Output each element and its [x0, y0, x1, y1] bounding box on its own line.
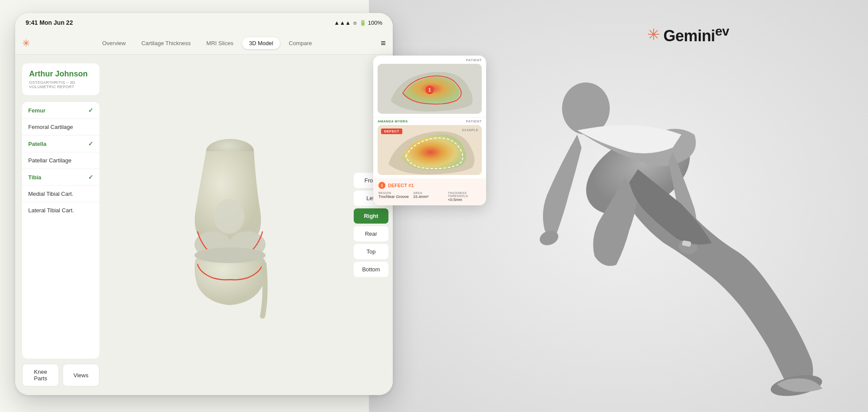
gemini-logo: ✳ Geminiev: [647, 24, 729, 45]
part-femur[interactable]: Femur ✓: [22, 102, 99, 119]
defect-overlay-card: PATIENT 1 AMANDA MYERS: [373, 56, 486, 205]
patient-subtitle: Osteoarthritis – 3D Volumetric Report: [29, 80, 92, 89]
tab-mri-slices[interactable]: MRI Slices: [200, 37, 240, 49]
defect-details-table: REGION Trochlear Groove AREA 15.4mm² THI…: [378, 191, 481, 202]
area-col-value: 15.4mm²: [413, 194, 446, 199]
tab-3d-model[interactable]: 3D Model: [242, 37, 280, 49]
part-medial-tibial[interactable]: Medial Tibial Cart.: [22, 186, 99, 202]
thickness-col-header: THICKNESS THRESHOLD: [448, 191, 481, 198]
knee-parts-tab[interactable]: Knee Parts: [22, 364, 59, 386]
view-right-button[interactable]: Right: [354, 208, 388, 224]
thickness-col-value: <0.5mm: [448, 198, 481, 202]
amanda-label: AMANDA MYERS: [378, 119, 408, 123]
defect-title-text: DEFECT #1: [388, 183, 414, 188]
nav-tabs: Overview Cartilage Thickness MRI Slices …: [37, 37, 377, 49]
menu-icon[interactable]: ≡: [381, 38, 386, 48]
part-lateral-tibial-label: Lateral Tibial Cart.: [28, 207, 74, 214]
app-logo-icon: ✳: [22, 38, 30, 49]
tibia-check-icon: ✓: [88, 174, 93, 181]
part-patellar-cartilage-label: Patellar Cartilage: [28, 157, 72, 164]
part-femoral-cartilage-label: Femoral Cartilage: [28, 124, 73, 130]
status-bar: 9:41 Mon Jun 22 ▲▲▲ ⌾ 🔋 100%: [15, 13, 393, 32]
region-col-value: Trochlear Groove: [378, 194, 411, 199]
region-col-header: REGION: [378, 191, 411, 194]
patient-name: Arthur Johnson: [29, 69, 92, 79]
bottom-tabs: Knee Parts Views: [22, 364, 99, 386]
svg-text:1: 1: [428, 88, 431, 92]
model-area: [106, 55, 354, 395]
part-patella[interactable]: Patella ✓: [22, 135, 99, 152]
knee-3d-model: [156, 112, 304, 338]
tab-cartilage-thickness[interactable]: Cartilage Thickness: [135, 37, 198, 49]
patella-check-icon: ✓: [88, 140, 93, 147]
defect-title: 1 DEFECT #1: [378, 182, 481, 189]
part-lateral-tibial[interactable]: Lateral Tibial Cart.: [22, 202, 99, 218]
part-tibia[interactable]: Tibia ✓: [22, 169, 99, 186]
defect-info-section: 1 DEFECT #1 REGION Trochlear Groove AREA…: [373, 178, 486, 205]
example-label: EXAMPLE: [462, 129, 478, 132]
views-tab[interactable]: Views: [62, 364, 99, 386]
signal-icon: ▲▲▲: [334, 20, 351, 26]
defect-badge: DEFECT: [381, 129, 402, 134]
view-bottom-button[interactable]: Bottom: [354, 262, 388, 277]
patient2-label: PATIENT: [466, 119, 482, 123]
view-top-button[interactable]: Top: [354, 244, 388, 259]
wifi-icon: ⌾: [353, 20, 357, 26]
tab-compare[interactable]: Compare: [282, 37, 319, 49]
status-icons: ▲▲▲ ⌾ 🔋 100%: [334, 20, 382, 26]
gemini-star-icon: ✳: [647, 27, 660, 43]
ipad-frame: 9:41 Mon Jun 22 ▲▲▲ ⌾ 🔋 100% ✳ Overview …: [15, 13, 393, 395]
patient-card: Arthur Johnson Osteoarthritis – 3D Volum…: [22, 63, 99, 95]
defect-number-badge: 1: [378, 182, 385, 189]
left-panel: Arthur Johnson Osteoarthritis – 3D Volum…: [15, 55, 106, 395]
view-rear-button[interactable]: Rear: [354, 226, 388, 241]
battery-indicator: 🔋 100%: [359, 20, 382, 26]
part-tibia-label: Tibia: [28, 174, 41, 181]
patient-heatmap-defect: DEFECT EXAMPLE: [378, 125, 482, 175]
parts-list: Femur ✓ Femoral Cartilage Patella ✓ Pate…: [22, 102, 99, 359]
area-col-header: AREA: [413, 191, 446, 194]
gemini-superscript: ev: [715, 24, 729, 38]
svg-point-11: [194, 247, 266, 263]
svg-point-10: [214, 199, 244, 234]
defect-patient-label: PATIENT: [466, 58, 482, 62]
gemini-brand-name: Geminiev: [664, 24, 729, 45]
part-patella-label: Patella: [28, 141, 46, 147]
femur-check-icon: ✓: [88, 107, 93, 114]
part-medial-tibial-label: Medial Tibial Cart.: [28, 191, 73, 197]
part-femoral-cartilage[interactable]: Femoral Cartilage: [22, 119, 99, 135]
cartilage-heatmap-svg: 1: [378, 64, 482, 114]
status-time: 9:41 Mon Jun 22: [26, 19, 73, 26]
nav-bar: ✳ Overview Cartilage Thickness MRI Slice…: [15, 32, 393, 55]
part-femur-label: Femur: [28, 107, 46, 114]
patient-heatmap-top: 1: [378, 64, 482, 114]
part-patellar-cartilage[interactable]: Patellar Cartilage: [22, 152, 99, 169]
main-content: Arthur Johnson Osteoarthritis – 3D Volum…: [15, 55, 393, 395]
tab-overview[interactable]: Overview: [95, 37, 132, 49]
